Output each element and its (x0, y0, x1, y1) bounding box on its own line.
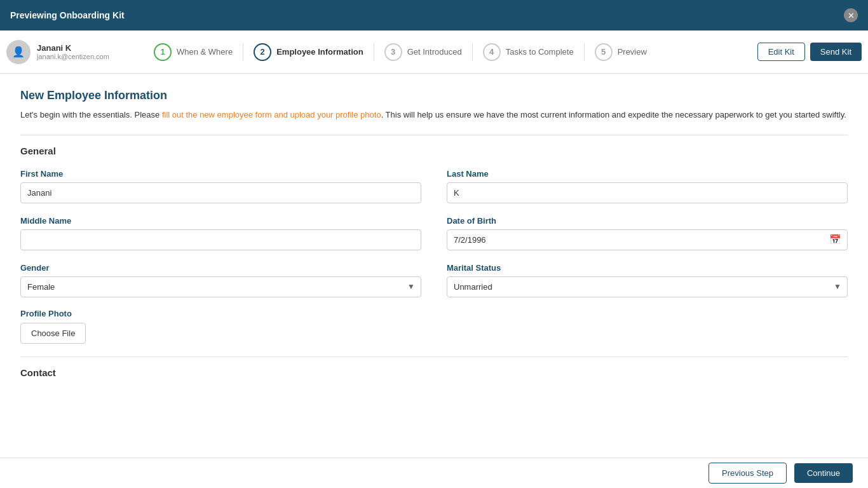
step-1-circle: 1 (154, 43, 172, 61)
step-3-circle: 3 (384, 43, 402, 61)
step-2-label: Employee Information (276, 47, 363, 57)
app-title: Previewing Onboarding Kit (10, 10, 125, 20)
dob-field: Date of Birth 📅 (447, 216, 848, 250)
contact-group-label: Contact (20, 367, 848, 378)
user-email: janani.k@centizen.com (37, 53, 109, 60)
desc-highlight: fill out the new employee form and uploa… (162, 110, 381, 119)
step-3[interactable]: 3 Get Introduced (374, 43, 473, 61)
profile-photo-input-area: Choose File (20, 323, 166, 344)
dob-wrapper: 📅 (447, 229, 848, 250)
last-name-input[interactable] (447, 182, 848, 203)
first-name-field: First Name (20, 169, 421, 203)
step-3-label: Get Introduced (407, 47, 462, 57)
general-form-grid: First Name Last Name Middle Name Date of… (20, 169, 848, 297)
step-2[interactable]: 2 Employee Information (243, 43, 374, 61)
marital-status-field: Marital Status Unmarried Married Divorce… (447, 263, 848, 297)
desc-part2: . This will help us ensure we have the m… (381, 110, 846, 119)
edit-kit-button[interactable]: Edit Kit (757, 43, 805, 61)
profile-photo-row: Profile Photo Choose File (20, 308, 848, 344)
step-4-label: Tasks to Complete (506, 47, 574, 57)
gender-select-wrapper: Female Male Other ▼ (20, 276, 421, 297)
last-name-label: Last Name (447, 169, 848, 179)
gender-field: Gender Female Male Other ▼ (20, 263, 421, 297)
middle-name-label: Middle Name (20, 216, 421, 226)
steps-container: 1 When & Where 2 Employee Information 3 … (144, 43, 747, 61)
step-4-circle: 4 (483, 43, 501, 61)
content-area: New Employee Information Let's begin wit… (0, 74, 868, 458)
middle-name-field: Middle Name (20, 216, 421, 250)
step-5-circle: 5 (595, 43, 613, 61)
marital-status-select[interactable]: Unmarried Married Divorced Widowed (447, 276, 848, 297)
continue-button[interactable]: Continue (794, 463, 853, 483)
step-2-circle: 2 (254, 43, 271, 61)
divider-1 (20, 135, 848, 135)
bottom-bar: Previous Step Continue (0, 458, 868, 488)
previous-step-button[interactable]: Previous Step (709, 463, 787, 484)
gender-select[interactable]: Female Male Other (20, 276, 421, 297)
profile-photo-label: Profile Photo (20, 309, 72, 318)
step-1[interactable]: 1 When & Where (144, 43, 243, 61)
stepper-bar: 👤 Janani K janani.k@centizen.com 1 When … (0, 30, 868, 74)
marital-status-select-wrapper: Unmarried Married Divorced Widowed ▼ (447, 276, 848, 297)
section-title: New Employee Information (20, 89, 848, 102)
first-name-input[interactable] (20, 182, 421, 203)
step-5[interactable]: 5 Preview (585, 43, 657, 61)
gender-label: Gender (20, 263, 421, 273)
user-name: Janani K (37, 43, 109, 53)
choose-file-button[interactable]: Choose File (20, 323, 86, 344)
stepper-actions: Edit Kit Send Kit (757, 43, 862, 61)
step-5-label: Preview (618, 47, 647, 57)
marital-status-label: Marital Status (447, 263, 848, 273)
close-button[interactable]: ✕ (844, 8, 858, 22)
last-name-field: Last Name (447, 169, 848, 203)
user-info: 👤 Janani K janani.k@centizen.com (6, 40, 133, 64)
middle-name-input[interactable] (20, 229, 421, 250)
first-name-label: First Name (20, 169, 421, 179)
desc-part1: Let's begin with the essentials. Please (20, 110, 162, 119)
profile-photo-field: Profile Photo Choose File (20, 308, 166, 344)
top-bar: Previewing Onboarding Kit ✕ (0, 0, 868, 30)
section-desc: Let's begin with the essentials. Please … (20, 109, 848, 122)
general-group-label: General (20, 146, 848, 156)
dob-label: Date of Birth (447, 216, 848, 226)
dob-input[interactable] (447, 229, 848, 250)
user-details: Janani K janani.k@centizen.com (37, 43, 109, 60)
send-kit-button[interactable]: Send Kit (810, 43, 862, 61)
step-4[interactable]: 4 Tasks to Complete (473, 43, 585, 61)
step-1-label: When & Where (177, 47, 233, 57)
avatar: 👤 (6, 40, 31, 64)
divider-2 (20, 356, 848, 357)
